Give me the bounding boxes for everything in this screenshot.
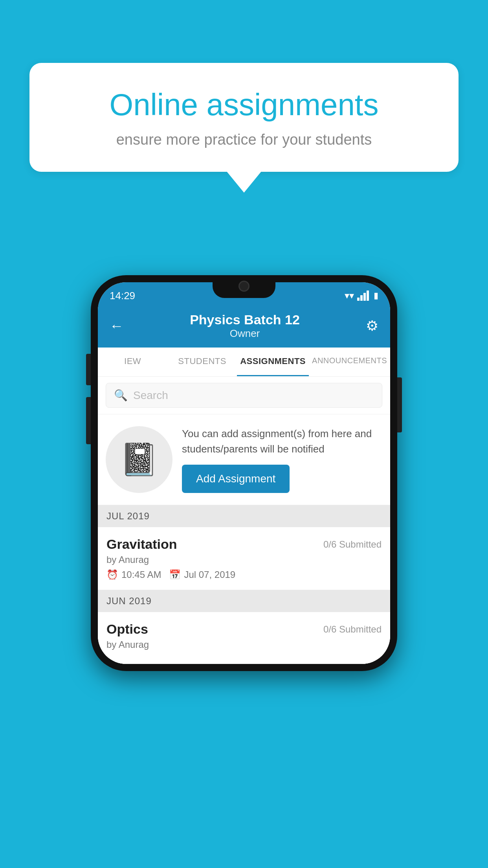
tabs-bar: IEW STUDENTS ASSIGNMENTS ANNOUNCEMENTS xyxy=(98,348,390,377)
notebook-icon: 📓 xyxy=(119,441,159,478)
status-icons: ▾▾ ▮ xyxy=(345,290,378,301)
batch-title: Physics Batch 12 xyxy=(190,312,300,327)
assignment-name-optics: Optics xyxy=(106,622,148,637)
promo-block: 📓 You can add assignment(s) from here an… xyxy=(98,414,390,505)
speech-bubble-container: Online assignments ensure more practice … xyxy=(29,63,459,193)
tab-assignments[interactable]: ASSIGNMENTS xyxy=(237,348,309,376)
assignment-author-optics: by Anurag xyxy=(106,639,382,650)
content-area: 🔍 Search 📓 You can add assignment(s) fro… xyxy=(98,377,390,664)
assignment-submitted-optics: 0/6 Submitted xyxy=(323,624,382,635)
assignment-date: 📅 Jul 07, 2019 xyxy=(169,569,235,580)
promo-icon-circle: 📓 xyxy=(106,426,172,493)
status-time: 14:29 xyxy=(110,290,135,302)
promo-text-block: You can add assignment(s) from here and … xyxy=(182,426,382,493)
assignment-item-gravitation[interactable]: Gravitation 0/6 Submitted by Anurag ⏰ 10… xyxy=(98,527,390,590)
owner-label: Owner xyxy=(190,327,300,340)
front-camera xyxy=(238,281,250,292)
assignment-date-value: Jul 07, 2019 xyxy=(184,569,235,580)
optics-row-top: Optics 0/6 Submitted xyxy=(106,622,382,637)
phone-screen: 14:29 ▾▾ ▮ ← xyxy=(98,282,390,664)
assignment-author-gravitation: by Anurag xyxy=(106,554,382,565)
search-bar[interactable]: 🔍 Search xyxy=(106,383,382,408)
back-arrow-icon[interactable]: ← xyxy=(110,318,124,334)
speech-bubble-subtitle: ensure more practice for your students xyxy=(57,131,431,148)
app-header: ← Physics Batch 12 Owner ⚙ xyxy=(98,306,390,348)
phone-button-volume-down xyxy=(86,397,91,444)
settings-icon[interactable]: ⚙ xyxy=(366,318,378,334)
speech-bubble-arrow xyxy=(226,171,262,193)
section-header-jun: JUN 2019 xyxy=(98,590,390,612)
tab-iew[interactable]: IEW xyxy=(98,348,167,376)
assignment-meta-gravitation: ⏰ 10:45 AM 📅 Jul 07, 2019 xyxy=(106,569,382,580)
assignment-time: ⏰ 10:45 AM xyxy=(106,569,161,580)
tab-students[interactable]: STUDENTS xyxy=(167,348,237,376)
search-bar-wrapper: 🔍 Search xyxy=(98,377,390,414)
wifi-icon: ▾▾ xyxy=(345,290,354,301)
battery-icon: ▮ xyxy=(374,291,378,301)
calendar-icon: 📅 xyxy=(169,569,181,580)
assignment-row-top: Gravitation 0/6 Submitted xyxy=(106,537,382,552)
signal-icon xyxy=(357,291,369,301)
search-placeholder: Search xyxy=(133,389,168,402)
clock-icon: ⏰ xyxy=(106,569,118,580)
tab-announcements[interactable]: ANNOUNCEMENTS xyxy=(309,348,390,376)
header-title-block: Physics Batch 12 Owner xyxy=(190,312,300,340)
assignment-submitted-gravitation: 0/6 Submitted xyxy=(323,539,382,550)
assignment-time-value: 10:45 AM xyxy=(121,569,161,580)
phone-container: 14:29 ▾▾ ▮ ← xyxy=(91,275,397,671)
speech-bubble-card: Online assignments ensure more practice … xyxy=(29,63,459,172)
phone-outer: 14:29 ▾▾ ▮ ← xyxy=(91,275,397,671)
assignment-name-gravitation: Gravitation xyxy=(106,537,177,552)
promo-description: You can add assignment(s) from here and … xyxy=(182,426,382,457)
add-assignment-button[interactable]: Add Assignment xyxy=(182,465,290,493)
assignment-item-optics[interactable]: Optics 0/6 Submitted by Anurag xyxy=(98,612,390,664)
section-header-jul: JUL 2019 xyxy=(98,505,390,527)
phone-button-volume-up xyxy=(86,354,91,385)
phone-button-power xyxy=(397,377,402,432)
speech-bubble-title: Online assignments xyxy=(57,86,431,123)
search-icon: 🔍 xyxy=(114,389,128,402)
